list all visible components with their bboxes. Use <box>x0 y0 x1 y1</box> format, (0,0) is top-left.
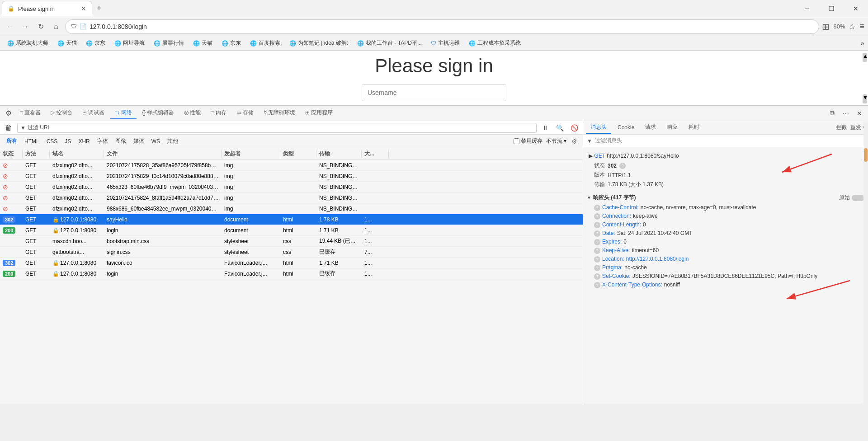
table-row[interactable]: GET maxcdn.boo... bootstrap.min.css styl… <box>0 236 583 247</box>
type-filter-js[interactable]: JS <box>61 137 75 145</box>
table-row[interactable]: 302 GET 🔒127.0.0.1:8080 favicon.ico Favi… <box>0 258 583 268</box>
type-filter-ws[interactable]: WS <box>148 137 164 145</box>
scroll-up-btn[interactable]: ▲ <box>863 53 867 62</box>
type-filter-media[interactable]: 媒体 <box>130 136 148 146</box>
type-filter-other[interactable]: 其他 <box>164 136 182 146</box>
bookmark-item[interactable]: 🌐京东 <box>218 38 245 48</box>
devtools-tab-accessibility[interactable]: ☿无障碍环境 <box>259 107 300 119</box>
bookmark-item[interactable]: 🌐天猫 <box>189 38 216 48</box>
devtools-tab-memory[interactable]: □内存 <box>206 107 231 119</box>
block-requests-button[interactable]: 🚫 <box>568 122 580 134</box>
table-row[interactable]: ⊘ GET dfzximg02.dfto... 20210724175829_f… <box>0 171 583 182</box>
table-row[interactable]: ⊘ GET dfzximg02.dfto... 988x686_60fbe484… <box>0 203 583 214</box>
table-row[interactable]: GET getbootstra... signin.css stylesheet… <box>0 247 583 258</box>
devtools-tab-debugger[interactable]: ⊟调试器 <box>78 107 109 119</box>
scrollbar-area[interactable]: ▲ ▼ <box>862 51 868 105</box>
type-filter-html[interactable]: HTML <box>21 137 43 145</box>
bookmark-item[interactable]: 🌐工程成本招采系统 <box>465 38 524 48</box>
bookmark-item[interactable]: 🌐天猫 <box>54 38 80 48</box>
status-help-icon[interactable]: ? <box>619 163 626 169</box>
help-icon[interactable]: ? <box>594 205 600 211</box>
help-icon[interactable]: ? <box>594 248 600 254</box>
tab-headers[interactable]: 消息头 <box>586 122 611 134</box>
url-text[interactable]: 127.0.0.1:8080/login <box>90 23 147 30</box>
intercept-button[interactable]: 拦截 <box>836 124 847 131</box>
bookmark-icon[interactable]: ☆ <box>849 22 856 32</box>
devtools-tab-inspector[interactable]: □查看器 <box>15 107 45 119</box>
devtools-inspect-button[interactable]: ⚙ <box>3 108 14 119</box>
devtools-tab-storage[interactable]: ▭存储 <box>232 107 258 119</box>
devtools-tab-console[interactable]: ▷控制台 <box>46 107 77 119</box>
tab-request[interactable]: 请求 <box>641 122 660 134</box>
devtools-tab-application[interactable]: ⊞应用程序 <box>301 107 337 119</box>
type-filter-all[interactable]: 所有 <box>3 136 21 146</box>
username-input[interactable] <box>362 84 506 101</box>
right-scrollbar[interactable] <box>863 121 868 403</box>
minimize-button[interactable]: ─ <box>797 2 817 15</box>
help-icon[interactable]: ? <box>594 265 600 271</box>
header-name-set-cookie: Set-Cookie: <box>602 273 631 279</box>
bookmark-item[interactable]: 🛡主机运维 <box>427 38 463 48</box>
table-row[interactable]: ⊘ GET dfzximg02.dfto... 465x323_60fbe46b… <box>0 182 583 192</box>
search-button[interactable]: 🔍 <box>554 122 566 134</box>
throttle-select[interactable]: 不节流 ▾ <box>546 137 566 145</box>
table-row-selected[interactable]: 302 GET 🔒127.0.0.1:8080 sayHello documen… <box>0 214 583 225</box>
bookmark-item[interactable]: 🌐京东 <box>82 38 109 48</box>
response-headers-section-title[interactable]: ▼ 响应头 (417 字节) 原始 <box>587 192 864 203</box>
bookmark-item[interactable]: 🌐我的工作台 - TAPD平... <box>354 38 425 48</box>
bookmark-item[interactable]: 🌐网址导航 <box>111 38 148 48</box>
bookmark-item[interactable]: 🌐股票行情 <box>150 38 188 48</box>
devtools-dock-button[interactable]: ⧉ <box>826 108 838 119</box>
pause-recording-button[interactable]: ⏸ <box>539 122 551 134</box>
help-icon[interactable]: ? <box>594 213 600 220</box>
refresh-button[interactable]: ↻ <box>34 20 47 33</box>
help-icon[interactable]: ? <box>594 239 600 245</box>
new-tab-button[interactable]: + <box>92 2 106 15</box>
table-row[interactable]: 200 GET 🔒127.0.0.1:8080 login FaviconLoa… <box>0 268 583 279</box>
table-row[interactable]: ⊘ GET dfzximg02.dfto... 20210724175828_3… <box>0 160 583 171</box>
help-icon[interactable]: ? <box>594 282 600 288</box>
type-filter-xhr[interactable]: XHR <box>75 137 93 145</box>
devtools-more-button[interactable]: ⋯ <box>840 108 852 119</box>
tab-timings[interactable]: 耗时 <box>684 122 704 134</box>
back-button[interactable]: ← <box>4 20 16 33</box>
devtools-tab-network[interactable]: ↑↓网络 <box>110 107 137 119</box>
help-icon[interactable]: ? <box>594 230 600 237</box>
scroll-down-btn[interactable]: ▼ <box>863 94 867 103</box>
devtools-close-button[interactable]: ✕ <box>854 108 865 119</box>
type-filter-font[interactable]: 字体 <box>94 136 112 146</box>
extensions-icon[interactable]: ⊞ <box>822 21 830 32</box>
help-icon[interactable]: ? <box>594 273 600 280</box>
close-button[interactable]: ✕ <box>845 2 866 15</box>
no-cache-checkbox[interactable] <box>514 138 519 144</box>
scrollbar-thumb[interactable] <box>864 148 868 162</box>
raw-switch[interactable] <box>852 195 864 201</box>
resend-button[interactable]: 重发 ▾ <box>850 124 865 131</box>
help-icon[interactable]: ? <box>594 256 600 263</box>
bookmark-item[interactable]: 🌐系统装机大师 <box>4 38 52 48</box>
devtools-tab-performance[interactable]: ◎性能 <box>179 107 205 119</box>
type-filter-css[interactable]: CSS <box>43 137 61 145</box>
active-tab[interactable]: 🔒 Please sign in ✕ <box>2 1 92 16</box>
bookmarks-more[interactable]: » <box>860 39 864 47</box>
devtools-tab-style-editor[interactable]: {}样式编辑器 <box>137 107 179 119</box>
forward-button[interactable]: → <box>19 20 32 33</box>
raw-toggle[interactable]: 原始 <box>839 194 864 202</box>
home-button[interactable]: ⌂ <box>50 20 62 33</box>
clear-network-button[interactable]: 🗑 <box>3 122 14 134</box>
help-icon[interactable]: ? <box>594 222 600 228</box>
type-filter-image[interactable]: 图像 <box>112 136 130 146</box>
tab-close-button[interactable]: ✕ <box>81 5 86 12</box>
network-filter-input[interactable]: ▼ 过滤 URL <box>17 123 537 133</box>
network-settings-button[interactable]: ⚙ <box>568 136 580 147</box>
bookmark-item[interactable]: 🌐为知笔记 | idea 破解: <box>286 38 352 48</box>
restore-button[interactable]: ❐ <box>821 2 842 15</box>
row-status: 302 <box>0 216 23 223</box>
tab-cookie[interactable]: Cookie <box>613 122 639 133</box>
table-row[interactable]: 200 GET 🔒127.0.0.1:8080 login document h… <box>0 225 583 236</box>
bookmark-item[interactable]: 🌐百度搜索 <box>246 38 284 48</box>
menu-icon[interactable]: ≡ <box>859 22 864 31</box>
table-row[interactable]: ⊘ GET dfzximg02.dfto... 20210724175824_8… <box>0 192 583 203</box>
address-bar[interactable]: 🛡 📄 127.0.0.1:8080/login <box>65 19 819 34</box>
tab-response[interactable]: 响应 <box>662 122 682 134</box>
